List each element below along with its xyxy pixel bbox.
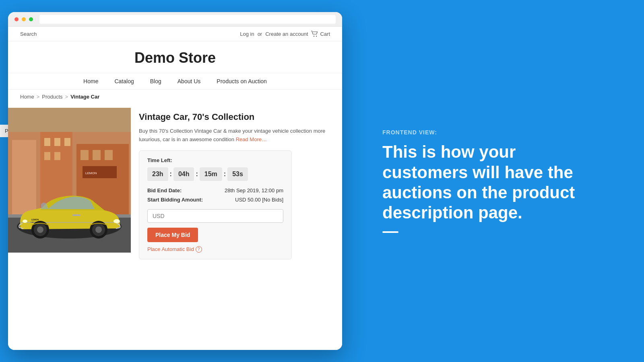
breadcrumb: Home > Products > Vintage Car — [8, 90, 342, 104]
svg-rect-10 — [44, 152, 50, 160]
svg-rect-9 — [64, 138, 70, 146]
countdown-sep3: : — [224, 171, 226, 178]
product-area: LEMON — [8, 104, 342, 263]
svg-point-24 — [37, 226, 43, 233]
bid-end-value: 28th Sep 2019, 12:00 pm — [225, 187, 283, 193]
automatic-bid-label: Place Automatic Bid — [147, 246, 194, 252]
heading-line1: This is how your — [382, 142, 516, 161]
countdown-sep1: : — [170, 171, 172, 178]
left-panel: Products Search Log in or Create an acco… — [0, 0, 350, 362]
countdown-seconds: 15m — [200, 167, 222, 181]
bid-end-row: Bid End Date: 28th Sep 2019, 12:00 pm — [147, 187, 283, 193]
create-account-link[interactable]: Create an account — [265, 31, 308, 37]
heading-line4: description page. — [382, 203, 522, 222]
breadcrumb-home[interactable]: Home — [20, 94, 34, 100]
product-description: Buy this 70's Collection Vintage Car & m… — [139, 127, 334, 144]
nav-bar: Home Catalog Blog About Us Products on A… — [8, 73, 342, 90]
nav-auction[interactable]: Products on Auction — [217, 78, 267, 84]
browser-address-bar — [39, 15, 336, 24]
svg-rect-4 — [12, 140, 36, 220]
countdown-ms: 53s — [227, 167, 248, 181]
product-description-text: Buy this 70's Collection Vintage Car & m… — [139, 128, 325, 142]
login-link[interactable]: Log in — [240, 31, 254, 37]
nav-blog[interactable]: Blog — [150, 78, 161, 84]
svg-rect-12 — [80, 150, 89, 160]
heading-line3: auctions on the product — [382, 183, 575, 202]
heading-underline — [382, 231, 398, 233]
top-bar: Search Log in or Create an account Cart — [8, 27, 342, 41]
store-title-area: Demo Store — [8, 41, 342, 73]
product-details: Vintage Car, 70's Collection Buy this 70… — [131, 108, 342, 263]
or-text: or — [258, 31, 262, 37]
right-panel: FRONTEND VIEW: This is how your customer… — [350, 0, 644, 362]
read-more-link[interactable]: Read More… — [236, 136, 267, 142]
cart-icon-area[interactable]: Cart — [311, 31, 330, 37]
countdown-sep2: : — [196, 171, 198, 178]
breadcrumb-current: Vintage Car — [70, 94, 99, 100]
svg-rect-13 — [93, 150, 101, 160]
svg-point-21 — [23, 220, 27, 223]
breadcrumb-sep1: > — [37, 94, 40, 100]
cart-label: Cart — [320, 31, 330, 37]
store-content: Search Log in or Create an account Cart … — [8, 27, 342, 350]
product-image: LEMON — [8, 108, 131, 253]
svg-point-20 — [114, 219, 120, 223]
countdown-minutes: 04h — [173, 167, 194, 181]
store-title: Demo Store — [8, 49, 342, 66]
browser-dot-yellow — [22, 17, 26, 21]
countdown-hours: 23h — [147, 167, 168, 181]
svg-point-0 — [314, 36, 314, 37]
breadcrumb-sep2: > — [65, 94, 68, 100]
countdown: 23h : 04h : 15m : 53s — [147, 167, 283, 181]
start-bid-label: Start Bidding Amount: — [147, 197, 203, 203]
svg-rect-28 — [72, 214, 80, 216]
breadcrumb-products[interactable]: Products — [42, 94, 62, 100]
product-image-container: LEMON — [8, 108, 131, 253]
auction-box: Time Left: 23h : 04h : 15m : 53s Bid End… — [139, 150, 292, 259]
svg-text:LEMON: LEMON — [85, 171, 97, 175]
nav-home[interactable]: Home — [83, 78, 98, 84]
cart-icon — [311, 31, 318, 37]
browser-dot-green — [29, 17, 33, 21]
svg-rect-14 — [105, 150, 113, 160]
bid-input[interactable] — [147, 209, 283, 223]
start-bid-row: Start Bidding Amount: USD 50.00 [No Bids… — [147, 197, 283, 203]
svg-rect-8 — [54, 138, 60, 146]
svg-text:LEMON: LEMON — [31, 218, 39, 221]
browser-dot-red — [14, 17, 19, 21]
nav-catalog[interactable]: Catalog — [114, 78, 134, 84]
search-text[interactable]: Search — [20, 31, 37, 37]
automatic-bid-link[interactable]: Place Automatic Bid ? — [147, 246, 283, 253]
frontend-view-label: FRONTEND VIEW: — [382, 129, 612, 136]
product-title: Vintage Car, 70's Collection — [139, 112, 334, 122]
svg-text:CAR COMPANY: CAR COMPANY — [31, 221, 43, 223]
svg-rect-11 — [54, 152, 60, 160]
browser-chrome — [8, 12, 342, 27]
time-left-label: Time Left: — [147, 157, 283, 163]
svg-point-27 — [95, 226, 102, 233]
nav-about[interactable]: About Us — [178, 78, 201, 84]
svg-rect-7 — [44, 138, 50, 146]
heading-line2: customers will have the — [382, 163, 573, 182]
bid-end-label: Bid End Date: — [147, 187, 182, 193]
browser-window: Search Log in or Create an account Cart … — [8, 12, 342, 350]
place-bid-button[interactable]: Place My Bid — [147, 228, 198, 242]
frontend-heading: This is how your customers will have the… — [382, 142, 612, 223]
help-icon[interactable]: ? — [196, 246, 202, 253]
svg-point-1 — [316, 36, 317, 37]
start-bid-value: USD 50.00 [No Bids] — [235, 197, 283, 203]
